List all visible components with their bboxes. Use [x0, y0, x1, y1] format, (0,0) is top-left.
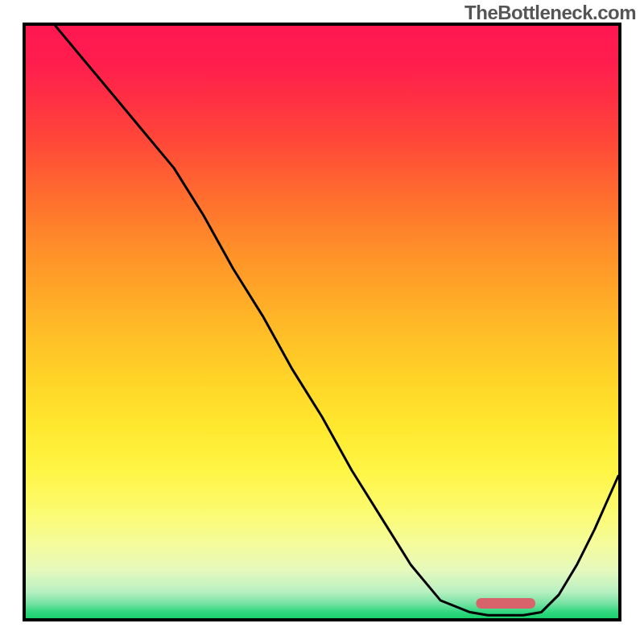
- optimal-range-marker: [476, 598, 535, 609]
- chart-container: TheBottleneck.com: [0, 0, 644, 644]
- plot-frame: [23, 23, 621, 621]
- background-rect: [26, 26, 618, 618]
- watermark-text: TheBottleneck.com: [464, 2, 636, 24]
- plot-svg: [26, 26, 618, 618]
